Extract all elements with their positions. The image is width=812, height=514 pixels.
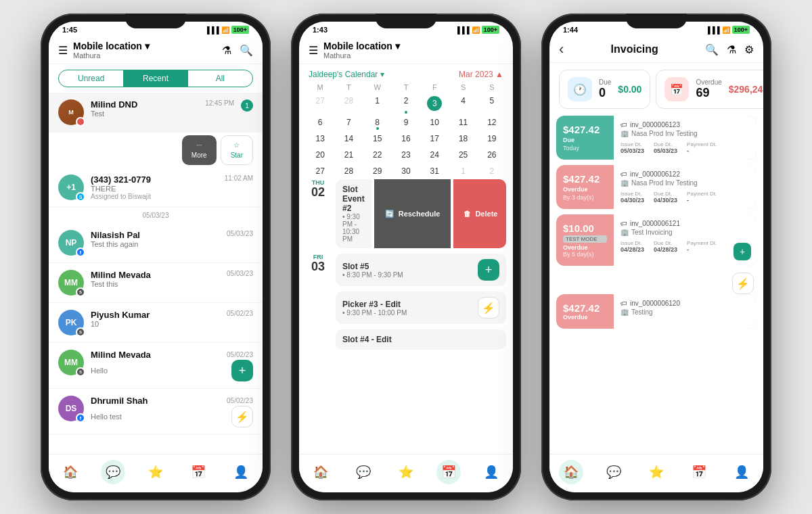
cal-day[interactable]: 21 xyxy=(334,147,363,163)
list-item[interactable]: MM S Milind Mevada 05/02/23 Hello + xyxy=(49,343,263,389)
cal-day[interactable]: 2 xyxy=(478,163,506,179)
filter-icon[interactable]: ⚗ xyxy=(727,43,736,56)
nav-starred[interactable]: ⭐ xyxy=(644,460,669,484)
cal-day[interactable]: 6 xyxy=(306,114,334,131)
cal-day[interactable]: 23 xyxy=(392,147,420,163)
tab-recent[interactable]: Recent xyxy=(123,70,187,87)
search-icon[interactable]: 🔍 xyxy=(240,44,253,57)
tab-unread[interactable]: Unread xyxy=(59,70,123,87)
back-button[interactable]: ‹ xyxy=(559,41,564,58)
lightning-invoice-button[interactable]: ⚡ xyxy=(732,273,754,294)
invoice-amount-col: $10.00 TEST MODE Overdue By 5 day(s) xyxy=(556,214,614,266)
cal-day[interactable]: 18 xyxy=(449,131,477,147)
location-subtitle: Mathura xyxy=(323,51,400,60)
calendar-name[interactable]: Jaldeep's Calendar ▾ xyxy=(309,70,384,79)
cal-day[interactable]: 22 xyxy=(363,147,392,163)
cal-day[interactable]: 28 xyxy=(334,93,363,114)
event-card[interactable]: Picker #3 - Edit 9:30 PM - 10:00 PM ⚡ xyxy=(336,291,506,324)
calendar-week: 27 28 1 2 3 4 5 xyxy=(306,93,506,114)
nav-contacts[interactable]: 👤 xyxy=(229,460,253,484)
list-item[interactable]: DS f Dhrumil Shah 05/02/23 Hello test ⚡ xyxy=(49,389,263,435)
cal-day[interactable]: 25 xyxy=(449,147,477,163)
cal-day[interactable]: 29 xyxy=(363,163,392,179)
settings-icon[interactable]: ⚙ xyxy=(744,43,754,56)
nav-home[interactable]: 🏠 xyxy=(559,460,583,484)
overdue-count: 69 xyxy=(696,86,721,100)
add-invoice-button[interactable]: + xyxy=(734,243,751,260)
cal-day[interactable]: 27 xyxy=(306,163,334,179)
search-icon[interactable]: 🔍 xyxy=(705,43,719,56)
nav-contacts[interactable]: 👤 xyxy=(479,460,503,484)
nav-calendar[interactable]: 📅 xyxy=(186,460,210,484)
cal-day[interactable]: 7 xyxy=(334,114,363,131)
cal-day[interactable]: 24 xyxy=(420,147,449,163)
list-item[interactable]: $427.42 Overdue 🏷 inv_0000006120 🏢 Testi… xyxy=(556,294,757,329)
hamburger-icon[interactable]: ☰ xyxy=(309,44,318,57)
list-item[interactable]: $10.00 TEST MODE Overdue By 5 day(s) 🏷 i… xyxy=(556,214,757,266)
overdue-label: Overdue xyxy=(696,78,721,86)
cal-day[interactable]: 8 xyxy=(363,114,392,131)
nav-contacts[interactable]: 👤 xyxy=(729,460,754,484)
reschedule-button[interactable]: 🔄 Reschedule xyxy=(374,179,451,248)
cal-day[interactable]: 3 xyxy=(420,93,449,114)
message-time: 05/03/23 xyxy=(227,270,253,280)
cal-day[interactable]: 4 xyxy=(449,93,477,114)
nav-calendar[interactable]: 📅 xyxy=(436,460,461,484)
hamburger-icon[interactable]: ☰ xyxy=(58,44,68,57)
list-item[interactable]: M 🚫 Milind DND 12:45 PM Test 1 xyxy=(49,93,263,133)
list-item[interactable]: MM S Milind Mevada 05/03/23 Test this xyxy=(49,263,263,303)
cal-day[interactable]: 14 xyxy=(334,131,363,147)
avatar: NP f xyxy=(58,230,84,256)
list-item[interactable]: $427.42 Overdue By 3 day(s) 🏷 inv_000000… xyxy=(556,165,757,209)
nav-messages[interactable]: 💬 xyxy=(351,460,376,484)
cal-day[interactable]: 1 xyxy=(363,93,392,114)
cal-day[interactable]: 15 xyxy=(363,131,392,147)
event-card[interactable]: Slot #5 8:30 PM - 9:30 PM + xyxy=(336,254,506,286)
calendar-month[interactable]: Mar 2023 ▲ xyxy=(459,70,503,79)
cal-day[interactable]: 26 xyxy=(478,147,506,163)
nav-messages[interactable]: 💬 xyxy=(602,460,626,484)
cal-day[interactable]: 9 xyxy=(392,114,420,131)
cal-day[interactable]: 13 xyxy=(306,131,334,147)
message-preview: Hello xyxy=(91,367,108,375)
cal-day[interactable]: 20 xyxy=(306,147,334,163)
cal-day[interactable]: 27 xyxy=(306,93,334,114)
list-item[interactable]: $427.42 Due Today 🏷 inv_0000006123 🏢 xyxy=(556,116,757,160)
cal-day[interactable]: 5 xyxy=(478,93,506,114)
cal-day[interactable]: 2 xyxy=(392,93,420,114)
cal-day[interactable]: 30 xyxy=(392,163,420,179)
nav-messages[interactable]: 💬 xyxy=(101,460,125,484)
nav-calendar[interactable]: 📅 xyxy=(687,460,711,484)
cal-day[interactable]: 19 xyxy=(478,131,506,147)
cal-day[interactable]: 1 xyxy=(449,163,477,179)
list-item[interactable]: PK S Piyush Kumar 05/02/23 10 xyxy=(49,303,263,343)
add-event-button[interactable]: + xyxy=(478,259,499,281)
event-card[interactable]: Slot #4 - Edit xyxy=(336,329,506,350)
cal-day[interactable]: 12 xyxy=(478,114,506,131)
cal-day[interactable]: 10 xyxy=(420,114,449,131)
nav-home[interactable]: 🏠 xyxy=(58,460,83,484)
nav-starred[interactable]: ⭐ xyxy=(394,460,418,484)
building-icon: 🏢 xyxy=(621,130,629,137)
tab-all[interactable]: All xyxy=(188,70,252,87)
cal-day[interactable]: 16 xyxy=(392,131,420,147)
delete-button[interactable]: 🗑 Delete xyxy=(453,179,506,248)
cal-day[interactable]: 17 xyxy=(420,131,449,147)
nav-home[interactable]: 🏠 xyxy=(309,460,333,484)
filter-icon[interactable]: ⚗ xyxy=(222,44,231,57)
message-time: 05/02/23 xyxy=(227,397,253,404)
lightning-event-button[interactable]: ⚡ xyxy=(478,297,499,319)
lightning-button[interactable]: ⚡ xyxy=(231,406,253,427)
cal-day[interactable]: 11 xyxy=(449,114,477,131)
list-item[interactable]: +1 S (343) 321-0779 11:02 AM THERE Assig… xyxy=(49,168,263,208)
more-button[interactable]: ··· More xyxy=(182,135,217,165)
channel-badge: f xyxy=(76,248,85,257)
message-body: Dhrumil Shah 05/02/23 Hello test ⚡ xyxy=(91,396,253,427)
star-button[interactable]: ☆ Star xyxy=(221,135,253,165)
cal-day[interactable]: 28 xyxy=(334,163,363,179)
add-button[interactable]: + xyxy=(231,360,253,381)
cal-day[interactable]: 31 xyxy=(420,163,449,179)
list-item[interactable]: NP f Nilasish Pal 05/03/23 Test this aga… xyxy=(49,223,263,263)
nav-starred[interactable]: ⭐ xyxy=(143,460,168,484)
event-card[interactable]: Slot Event #2 9:30 PM - 10:30 PM xyxy=(336,179,371,248)
